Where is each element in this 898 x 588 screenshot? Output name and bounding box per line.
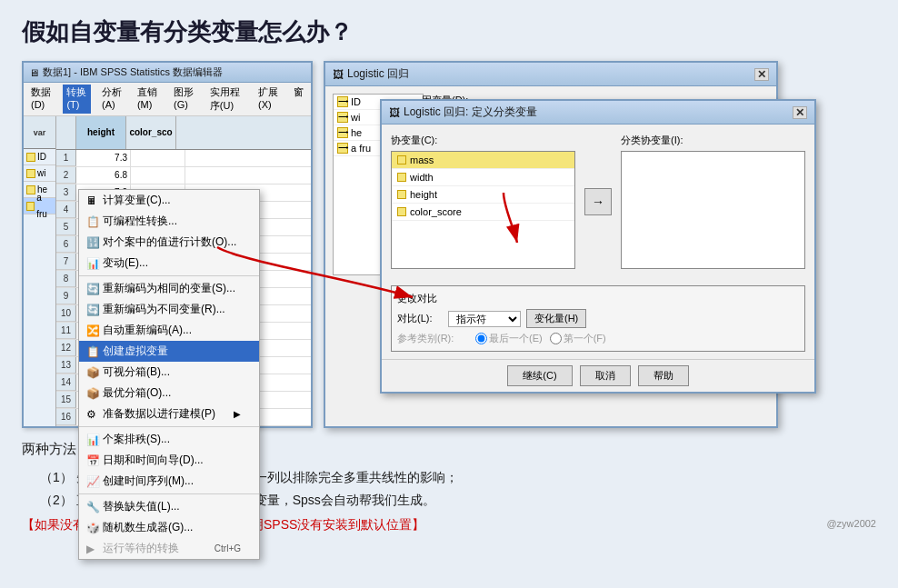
context-menu: 🖩 计算变量(C)... 📋 可编程性转换... 🔢 对个案中的值进行计数(O)… (78, 189, 260, 560)
recode-diff-icon: 🔄 (86, 304, 99, 316)
categorical-panel: 分类协变量(I): (621, 134, 805, 269)
covariate-icon-height (397, 190, 406, 199)
menu-item-programmability[interactable]: 📋 可编程性转换... (79, 211, 259, 232)
menu-item-auto-recode[interactable]: 🔀 自动重新编码(A)... (79, 320, 259, 341)
run-icon: ▶ (86, 543, 99, 555)
covariate-height[interactable]: height (392, 186, 574, 204)
spss-title-text: 数据1] - IBM SPSS Statistics 数据编辑器 (43, 65, 223, 79)
separator-3 (79, 493, 259, 494)
covariate-colorscore[interactable]: color_score (392, 204, 574, 221)
menu-item-create-dummy[interactable]: 📋 创建虚拟变量 (79, 341, 259, 362)
covariate-mass[interactable]: mass (392, 152, 574, 169)
prog-icon: 📋 (86, 215, 99, 228)
logistic-title-icon: 🖼 (333, 68, 344, 81)
var-icon-fruit: ⟶ (337, 143, 348, 154)
menu-item-recode-same[interactable]: 🔄 重新编码为相同的变量(S)... (79, 278, 259, 299)
var-icon-he: ⟶ (337, 127, 348, 138)
change-contrast: 更改对比 对比(L): 指示符 变化量(H) 参考类别(R): (391, 285, 805, 352)
arrow-container: → (584, 134, 612, 269)
spss-title-icon: 🖥 (29, 67, 39, 78)
covariate-icon-width (397, 173, 406, 182)
page-container: 假如自变量有分类变量怎么办？ 🖥 数据1] - IBM SPSS Statist… (0, 0, 898, 588)
submenu-arrow: ▶ (234, 409, 241, 419)
continue-btn[interactable]: 继续(C) (507, 365, 572, 386)
covariate-width[interactable]: width (392, 169, 574, 186)
define-cancel-btn[interactable]: 取消 (580, 365, 631, 386)
move-to-categorical-btn[interactable]: → (584, 188, 612, 215)
define-dialog-titlebar: 🖼 Logistic 回归: 定义分类变量 ✕ (382, 101, 814, 125)
menu-item-rank-cases[interactable]: 📊 个案排秩(S)... (79, 429, 259, 450)
define-title-text: Logistic 回归: 定义分类变量 (404, 105, 537, 120)
grid-header: height color_sco (56, 116, 311, 150)
contrast-select[interactable]: 指示符 (448, 311, 521, 327)
change-contrast-section: 更改对比 对比(L): 指示符 变化量(H) 参考类别(R): (391, 285, 805, 352)
logistic-title-text: Logistic 回归 (347, 66, 409, 82)
define-close-btn[interactable]: ✕ (793, 106, 807, 119)
menu-item-run-pending[interactable]: ▶ 运行等待的转换 Ctrl+G (79, 538, 259, 559)
shift-icon: 📊 (86, 257, 99, 270)
recode-same-icon: 🔄 (86, 283, 99, 295)
date-icon: 📅 (86, 454, 99, 467)
categorical-label: 分类协变量(I): (621, 134, 805, 147)
separator-1 (79, 275, 259, 276)
logistic-close-btn[interactable]: ✕ (754, 68, 769, 81)
spss-menubar: 数据(D) 转换(T) 分析(A) 直销(M) 图形(G) 实用程序(U) 扩展… (24, 83, 311, 116)
radio-first[interactable]: 第一个(F) (550, 332, 606, 345)
menu-item-random-gen[interactable]: 🎲 随机数生成器(G)... (79, 517, 259, 538)
menu-utilities[interactable]: 实用程序(U) (206, 85, 247, 114)
spss-titlebar: 🖥 数据1] - IBM SPSS Statistics 数据编辑器 (24, 63, 311, 83)
menu-graphs[interactable]: 图形(G) (170, 85, 199, 114)
menu-extensions[interactable]: 扩展(X) (254, 85, 283, 114)
timeseries-icon: 📈 (86, 475, 99, 488)
radio-last[interactable]: 最后一个(E) (475, 332, 543, 345)
define-title-icon: 🖼 (389, 106, 400, 119)
radio-group: 最后一个(E) 第一个(F) (475, 332, 606, 345)
calc-icon: 🖩 (86, 194, 99, 207)
menu-item-visual-bin[interactable]: 📦 可视分箱(B)... (79, 362, 259, 383)
table-row: 26.8 (56, 167, 311, 184)
change-contrast-title: 更改对比 (397, 292, 799, 305)
menu-item-prepare-model[interactable]: ⚙ 准备数据以进行建模(P) ▶ (79, 404, 259, 424)
radio-first-input[interactable] (550, 333, 562, 344)
auto-recode-icon: 🔀 (86, 324, 99, 337)
reference-row: 参考类别(R): 最后一个(E) 第一个(F) (397, 332, 799, 345)
menu-directmarketing[interactable]: 直销(M) (134, 85, 163, 114)
menu-item-recode-diff[interactable]: 🔄 重新编码为不同变量(R)... (79, 299, 259, 320)
menu-item-compute[interactable]: 🖩 计算变量(C)... (79, 190, 259, 211)
var-icon-wi: ⟶ (337, 112, 348, 123)
col-header-height: height (76, 116, 126, 149)
covariate-label: 协变量(C): (391, 134, 575, 147)
optimal-bin-icon: 📦 (86, 387, 99, 400)
covariate-panel: 协变量(C): mass width (391, 134, 575, 269)
menu-item-replace-missing[interactable]: 🔧 替换缺失值(L)... (79, 496, 259, 517)
menu-data[interactable]: 数据(D) (27, 85, 55, 114)
menu-item-date-wizard[interactable]: 📅 日期和时间向导(D)... (79, 450, 259, 471)
menu-transform[interactable]: 转换(T) (63, 85, 91, 114)
define-body: 协变量(C): mass width (382, 125, 814, 278)
spss-window: 🖥 数据1] - IBM SPSS Statistics 数据编辑器 数据(D)… (22, 61, 313, 428)
contrast-label: 对比(L): (397, 312, 443, 325)
contrast-row: 对比(L): 指示符 变化量(H) (397, 309, 799, 328)
menu-item-time-series[interactable]: 📈 创建时间序列(M)... (79, 471, 259, 492)
radio-last-input[interactable] (475, 333, 487, 344)
logistic-dialog: 🖼 Logistic 回归 ✕ ⟶ ID ⟶ wi (324, 61, 778, 428)
menu-item-optimal-bin[interactable]: 📦 最优分箱(O)... (79, 383, 259, 404)
menu-item-count[interactable]: 🔢 对个案中的值进行计数(O)... (79, 232, 259, 253)
menu-window[interactable]: 窗 (290, 85, 307, 114)
table-row: 17.3 (56, 150, 311, 167)
missing-icon: 🔧 (86, 501, 99, 513)
watermark: @zyw2002 (826, 513, 876, 533)
menu-item-shift[interactable]: 📊 变动(E)... (79, 253, 259, 274)
prepare-model-icon: ⚙ (86, 408, 99, 421)
categorical-list (621, 151, 805, 269)
reference-label: 参考类别(R): (397, 332, 470, 345)
var-icon-id: ⟶ (337, 96, 348, 107)
covariate-list: mass width height (391, 151, 575, 269)
logistic-dialog-titlebar: 🖼 Logistic 回归 ✕ (325, 63, 776, 86)
covariate-icon-mass (397, 155, 406, 164)
random-icon: 🎲 (86, 522, 99, 534)
define-help-btn[interactable]: 帮助 (638, 365, 689, 386)
change-contrast-btn[interactable]: 变化量(H) (526, 309, 586, 328)
menu-analyze[interactable]: 分析(A) (98, 85, 126, 114)
dummy-icon: 📋 (86, 345, 99, 358)
